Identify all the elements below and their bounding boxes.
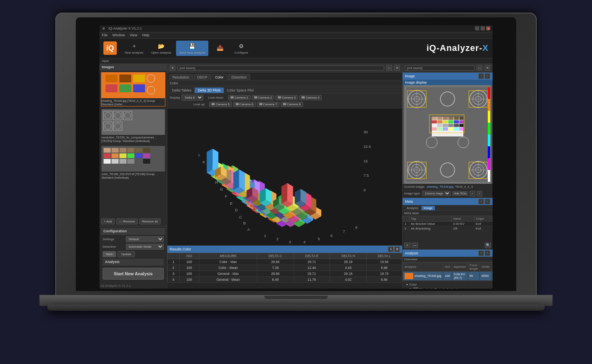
- tab-oecp[interactable]: OECP: [194, 74, 211, 80]
- meta-nav-prev[interactable]: ‹: [478, 199, 484, 204]
- cam5-button[interactable]: Camera 5: [209, 102, 232, 107]
- menu-window[interactable]: Window: [112, 33, 125, 37]
- input-label: Input: [102, 59, 109, 63]
- meta-table-label: Meta table: [403, 211, 493, 216]
- cam6-button[interactable]: Camera 6: [233, 102, 256, 107]
- image-type-select[interactable]: Camera image: [422, 191, 451, 196]
- meta-remove-button[interactable]: —: [412, 243, 418, 248]
- menu-help[interactable]: Help: [142, 33, 150, 37]
- svg-text:L: L: [199, 152, 200, 157]
- cam7-button[interactable]: Camera 7: [257, 102, 279, 107]
- brand-x: X: [482, 43, 489, 53]
- image-item-3[interactable]: color_TE188_DSLR15.tif [TE188] Group: St…: [101, 146, 165, 180]
- image-type-row: Image type: Camera image Hide ROIs ‹ ›: [403, 190, 493, 198]
- cam8-button[interactable]: Camera 8: [281, 102, 303, 107]
- image-item-1[interactable]: shading_TE42il.jpg [TE42_il_5_3] Group: …: [101, 72, 165, 106]
- analysis-nav-prev[interactable]: ‹: [478, 250, 484, 256]
- analysis-section-title: Analysis: [405, 251, 418, 255]
- image-section-header: Image ‹ ›: [403, 73, 493, 80]
- save-analysis-label: Save new analysis: [179, 51, 205, 54]
- right-close-icon[interactable]: ✕: [485, 65, 490, 71]
- svg-rect-251: [432, 127, 437, 131]
- image-display-title: Image display: [405, 80, 427, 84]
- image-item-2[interactable]: resolution_TE253_9x_compactcamera4... [T…: [101, 109, 165, 143]
- menu-file[interactable]: File: [102, 33, 108, 37]
- start-analysis-button[interactable]: Start New Analysis: [103, 268, 164, 280]
- svg-rect-32: [143, 153, 150, 158]
- svg-marker-216: [233, 169, 239, 190]
- minimize-button[interactable]: —: [475, 26, 479, 30]
- add-image-button[interactable]: + Add: [101, 218, 115, 224]
- menu-view[interactable]: View: [130, 33, 137, 37]
- svg-rect-27: [104, 153, 111, 158]
- svg-text:8: 8: [355, 225, 357, 229]
- analysis-nav-next[interactable]: ›: [485, 250, 490, 256]
- svg-rect-35: [120, 159, 127, 164]
- update-config-button[interactable]: Update: [118, 251, 135, 257]
- image-nav-prev[interactable]: ‹: [478, 73, 484, 79]
- svg-rect-233: [432, 117, 437, 120]
- close-center-icon[interactable]: ✕: [170, 65, 175, 71]
- image-display-area[interactable]: [403, 85, 493, 184]
- svg-rect-29: [120, 153, 127, 158]
- overview-label: Overview: [403, 257, 493, 262]
- hide-roi-button[interactable]: Hide ROIs: [452, 191, 468, 196]
- new-analysis-button[interactable]: ＋ New analysis: [122, 41, 146, 56]
- svg-rect-28: [112, 153, 119, 158]
- svg-rect-287: [488, 99, 490, 111]
- svg-text:7: 7: [343, 229, 345, 233]
- col-iso: ISO: [179, 253, 199, 259]
- close-button[interactable]: ✕: [486, 26, 490, 30]
- color-label: Color: [170, 81, 178, 85]
- tab-color[interactable]: Color: [212, 74, 227, 80]
- 3d-plot-area[interactable]: 30 22.5 15 7.5 0 1 2 3 4: [167, 108, 402, 245]
- nav-prev-icon[interactable]: ‹: [470, 191, 475, 196]
- image-nav-next[interactable]: ›: [485, 73, 490, 79]
- remove-all-button[interactable]: Remove all: [139, 218, 161, 224]
- cam1-button[interactable]: Camera 1: [228, 95, 251, 100]
- image-type-label: Image type:: [404, 192, 421, 195]
- svg-rect-293: [488, 170, 490, 182]
- toolbar: iQ ＋ New analysis 📂 Open analysis 💾: [99, 39, 493, 58]
- meta-tab-image[interactable]: Image: [422, 206, 435, 210]
- meta-add-button[interactable]: +: [404, 243, 410, 248]
- export-button[interactable]: 📤: [210, 42, 230, 54]
- meta-search-icon[interactable]: 🔍: [485, 243, 491, 248]
- svg-text:22.5: 22.5: [363, 144, 371, 148]
- logo-button[interactable]: iQ: [103, 41, 117, 55]
- svg-text:6: 6: [330, 233, 332, 237]
- nav-next-icon[interactable]: ›: [477, 191, 482, 196]
- display-select[interactable]: Delta E: [182, 95, 203, 101]
- results-info-icon[interactable]: ℹ: [388, 246, 393, 252]
- svg-rect-248: [448, 124, 453, 127]
- center-pin-icon[interactable]: □: [386, 65, 392, 71]
- save-analysis-button[interactable]: 💾 Save new analysis: [176, 41, 208, 56]
- remove-image-button[interactable]: — Remove: [116, 218, 138, 224]
- configure-button[interactable]: ⚙ Configure: [231, 41, 251, 56]
- cam2-button[interactable]: Camera 2: [252, 95, 274, 100]
- maximize-button[interactable]: □: [481, 26, 485, 30]
- center-close-icon[interactable]: ✕: [394, 65, 400, 71]
- subtab-delta-3d[interactable]: Delta 3D Plots: [195, 88, 224, 93]
- color-section-expand[interactable]: ▼ Color: [404, 282, 491, 287]
- results-grid-icon[interactable]: ⊞: [394, 246, 400, 252]
- open-analysis-label: Open analysis: [151, 51, 171, 54]
- new-config-button[interactable]: New: [103, 251, 116, 257]
- tab-resolution[interactable]: Resolution: [169, 74, 193, 80]
- svg-rect-252: [437, 127, 442, 131]
- results-title: Results Color: [170, 247, 191, 251]
- analysis-row-1[interactable]: shading_TE42il.jpg 100 5.00 EV (f/5.7) 5…: [403, 271, 493, 280]
- right-pin-icon[interactable]: □: [477, 65, 482, 71]
- tab-distortion[interactable]: Distortion: [228, 74, 250, 80]
- meta-nav-next[interactable]: ›: [485, 199, 490, 204]
- meta-tab-analysis[interactable]: Analysis: [404, 206, 421, 210]
- open-analysis-button[interactable]: 📂 Open analysis: [148, 41, 174, 56]
- cam3-button[interactable]: Camera 3: [275, 95, 298, 100]
- cam4-button[interactable]: Camera 4: [299, 95, 322, 100]
- svg-rect-256: [459, 127, 463, 131]
- subtab-delta-tables[interactable]: Delta Tables: [169, 88, 195, 93]
- settings-select[interactable]: Default: [126, 236, 164, 242]
- analysis-section-header: Analysis ‹ ›: [403, 250, 493, 257]
- subtab-color-space[interactable]: Color Space Plot: [224, 88, 257, 93]
- detection-select[interactable]: Automatic Mode: [126, 244, 164, 250]
